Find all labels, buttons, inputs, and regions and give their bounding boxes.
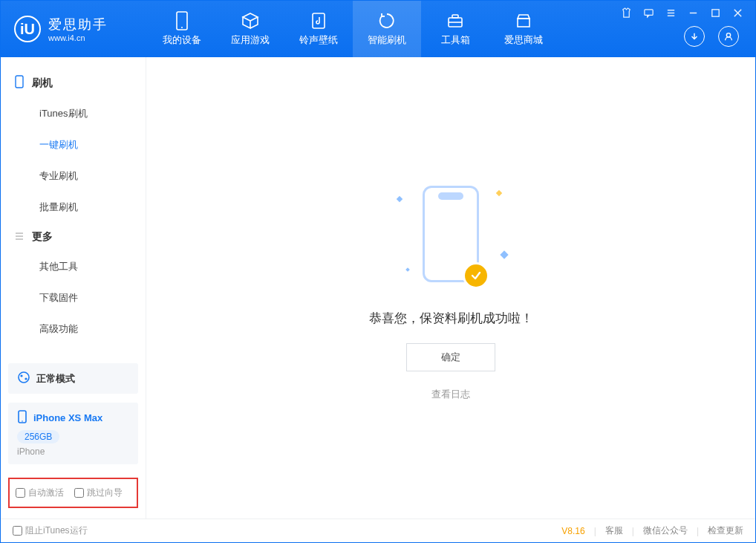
body-row: 刷机 iTunes刷机 一键刷机 专业刷机 批量刷机 更多 其他工具 下载固件 … <box>1 57 755 518</box>
phone-blue-icon <box>17 410 27 426</box>
sidebar-item-itunes-flash[interactable]: iTunes刷机 <box>1 98 146 129</box>
svg-rect-16 <box>16 76 23 88</box>
feedback-icon[interactable] <box>642 7 654 19</box>
titlebar: iU 爱思助手 www.i4.cn 我的设备 应用游戏 铃声壁纸 智能刷机 <box>1 1 755 57</box>
tab-label: 铃声壁纸 <box>299 33 338 47</box>
music-file-icon <box>309 11 328 30</box>
tab-store[interactable]: 爱思商城 <box>489 1 558 57</box>
skip-wizard-label: 跳过向导 <box>87 487 123 499</box>
skip-wizard-checkbox[interactable]: 跳过向导 <box>74 487 123 499</box>
tab-apps-games[interactable]: 应用游戏 <box>216 1 284 57</box>
refresh-shield-icon <box>377 11 397 30</box>
check-badge-icon <box>463 262 489 289</box>
sidebar-group-flash: 刷机 <box>1 68 146 98</box>
separator: | <box>632 526 634 536</box>
separator: | <box>594 526 596 536</box>
cube-icon <box>241 11 260 30</box>
download-button[interactable] <box>684 26 705 47</box>
block-itunes-input[interactable] <box>13 526 22 536</box>
shirt-icon[interactable] <box>620 7 632 19</box>
device-icon <box>172 11 192 30</box>
sidebar-item-other-tools[interactable]: 其他工具 <box>1 251 146 282</box>
separator: | <box>697 526 699 536</box>
sidebar: 刷机 iTunes刷机 一键刷机 专业刷机 批量刷机 更多 其他工具 下载固件 … <box>1 57 146 518</box>
svg-rect-12 <box>711 9 718 16</box>
sidebar-options-highlight: 自动激活 跳过向导 <box>8 478 138 508</box>
store-icon <box>514 11 533 30</box>
toolbox-icon <box>446 11 465 30</box>
mode-icon <box>17 371 30 386</box>
sparkle-icon <box>397 196 403 202</box>
logo-area: iU 爱思助手 www.i4.cn <box>14 16 148 42</box>
success-message: 恭喜您，保资料刷机成功啦！ <box>369 310 533 327</box>
sidebar-item-batch-flash[interactable]: 批量刷机 <box>1 192 146 223</box>
svg-point-20 <box>19 372 29 383</box>
statusbar: 阻止iTunes运行 V8.16 | 客服 | 微信公众号 | 检查更新 <box>1 518 755 542</box>
sidebar-item-advanced[interactable]: 高级功能 <box>1 313 146 345</box>
tab-label: 智能刷机 <box>368 33 406 47</box>
tab-label: 工具箱 <box>441 33 470 47</box>
nav-tabs: 我的设备 应用游戏 铃声壁纸 智能刷机 工具箱 爱思商城 <box>148 1 558 57</box>
device-name: iPhone XS Max <box>33 412 102 423</box>
view-log-link[interactable]: 查看日志 <box>431 388 470 401</box>
svg-point-1 <box>181 27 183 28</box>
device-type: iPhone <box>17 446 129 457</box>
sidebar-item-oneclick-flash[interactable]: 一键刷机 <box>1 129 146 160</box>
block-itunes-label: 阻止iTunes运行 <box>25 524 88 537</box>
svg-point-15 <box>726 33 730 37</box>
logo-icon: iU <box>14 16 41 42</box>
svg-rect-6 <box>518 19 529 27</box>
window-controls <box>617 1 746 57</box>
sparkle-icon <box>405 267 410 272</box>
close-button[interactable] <box>731 7 743 19</box>
tab-ringtones-wallpapers[interactable]: 铃声壁纸 <box>284 1 353 57</box>
brand-site: www.i4.cn <box>48 33 108 42</box>
svg-rect-7 <box>644 9 652 15</box>
svg-point-21 <box>20 374 22 377</box>
tab-my-device[interactable]: 我的设备 <box>148 1 216 57</box>
tab-label: 爱思商城 <box>504 33 543 47</box>
group-title: 更多 <box>32 230 53 244</box>
tab-label: 我的设备 <box>163 33 201 47</box>
version-label: V8.16 <box>561 526 584 536</box>
sidebar-item-pro-flash[interactable]: 专业刷机 <box>1 160 146 192</box>
success-illustration <box>384 175 518 293</box>
svg-point-24 <box>22 420 23 422</box>
sidebar-scroll: 刷机 iTunes刷机 一键刷机 专业刷机 批量刷机 更多 其他工具 下载固件 … <box>1 57 146 359</box>
support-link[interactable]: 客服 <box>605 524 623 537</box>
svg-rect-4 <box>452 15 458 18</box>
main-content: 恭喜您，保资料刷机成功啦！ 确定 查看日志 <box>146 57 755 518</box>
block-itunes-checkbox[interactable]: 阻止iTunes运行 <box>13 524 88 537</box>
sparkle-icon <box>500 250 508 259</box>
svg-rect-2 <box>313 13 325 28</box>
tab-smart-flash[interactable]: 智能刷机 <box>353 1 421 57</box>
list-icon <box>14 231 25 244</box>
auto-activate-input[interactable] <box>16 488 25 498</box>
auto-activate-label: 自动激活 <box>28 487 64 499</box>
mode-label: 正常模式 <box>36 372 75 386</box>
logo-text: 爱思助手 www.i4.cn <box>48 16 108 42</box>
auto-activate-checkbox[interactable]: 自动激活 <box>16 487 64 499</box>
svg-point-22 <box>25 377 27 380</box>
skip-wizard-input[interactable] <box>74 488 84 498</box>
minimize-button[interactable] <box>687 7 699 19</box>
device-panel[interactable]: iPhone XS Max 256GB iPhone <box>8 403 138 464</box>
device-capacity: 256GB <box>17 430 59 443</box>
sparkle-icon <box>496 190 502 196</box>
account-button[interactable] <box>718 26 739 47</box>
group-title: 刷机 <box>32 77 53 90</box>
sidebar-item-download-firmware[interactable]: 下载固件 <box>1 282 146 313</box>
sidebar-group-more: 更多 <box>1 223 146 251</box>
phone-outline-icon <box>14 75 25 91</box>
brand-name: 爱思助手 <box>48 16 108 33</box>
check-update-link[interactable]: 检查更新 <box>708 524 743 537</box>
maximize-button[interactable] <box>709 7 721 19</box>
menu-icon[interactable] <box>665 7 677 19</box>
device-mode-panel[interactable]: 正常模式 <box>8 363 138 394</box>
app-window: iU 爱思助手 www.i4.cn 我的设备 应用游戏 铃声壁纸 智能刷机 <box>0 0 756 543</box>
wechat-link[interactable]: 微信公众号 <box>643 524 688 537</box>
ok-button[interactable]: 确定 <box>406 343 495 371</box>
tab-label: 应用游戏 <box>231 33 270 47</box>
tab-toolbox[interactable]: 工具箱 <box>421 1 489 57</box>
